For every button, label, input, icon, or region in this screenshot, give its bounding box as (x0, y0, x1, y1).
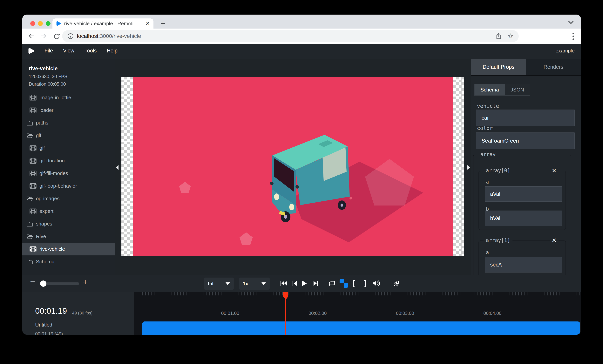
array-1-fieldset: array[1] ✕ a b (478, 240, 566, 275)
vehicle-artwork (133, 77, 453, 256)
traffic-close-button[interactable] (30, 21, 35, 26)
toggle-json[interactable]: JSON (505, 84, 530, 95)
timeline-track-bar[interactable] (142, 321, 580, 335)
sidebar-item-rive-folder[interactable]: Rive (22, 230, 115, 243)
sidebar-item-paths[interactable]: paths (22, 116, 115, 129)
array-fieldset: array array[0] ✕ a b array[1] ✕ a b (473, 155, 571, 275)
array-1-a-label: a (486, 250, 489, 255)
tab-search-chevron-icon[interactable] (568, 20, 574, 25)
chevron-down-icon (226, 283, 230, 285)
url-bar[interactable]: localhost:3000/rive-vehicle ☆ (62, 30, 519, 42)
sidebar-item-loader[interactable]: loader (22, 104, 115, 116)
reload-icon[interactable] (53, 33, 60, 39)
browser-menu-icon[interactable] (572, 32, 574, 41)
track-name: Untitled (35, 322, 52, 328)
menu-help[interactable]: Help (107, 48, 118, 54)
address-bar: localhost:3000/rive-vehicle ☆ (22, 29, 581, 44)
array-0-a-input[interactable] (485, 186, 562, 202)
previous-frame-button[interactable] (292, 278, 297, 289)
array-0-b-input[interactable] (485, 211, 562, 226)
render-rocket-icon[interactable] (393, 278, 401, 289)
speed-select[interactable]: 1x (239, 278, 270, 290)
bookmark-star-icon[interactable]: ☆ (507, 33, 514, 40)
transparency-toggle-icon[interactable] (340, 279, 348, 288)
playhead-handle[interactable] (283, 292, 288, 300)
tab-default-props[interactable]: Default Props (471, 59, 526, 75)
loop-toggle-icon[interactable] (328, 278, 336, 289)
out-point-icon[interactable]: ] (363, 278, 367, 289)
menu-view[interactable]: View (63, 48, 74, 54)
sidebar-item-shapes[interactable]: shapes (22, 217, 115, 230)
zoom-in-icon[interactable]: + (82, 277, 88, 287)
ruler-label: 00:02.00 (309, 311, 326, 316)
film-icon (30, 158, 36, 164)
tab-close-icon[interactable]: ✕ (146, 21, 150, 26)
color-input[interactable] (476, 133, 575, 149)
back-icon[interactable] (28, 33, 35, 39)
transparency-checker-right (453, 77, 464, 256)
site-info-icon[interactable] (67, 33, 74, 39)
sidebar-item-og-images[interactable]: og-images (22, 192, 115, 205)
menu-tools[interactable]: Tools (84, 48, 97, 54)
zoom-slider-thumb[interactable] (40, 281, 46, 287)
fit-select[interactable]: Fit (204, 278, 234, 290)
next-frame-button[interactable] (313, 278, 318, 289)
folder-icon (26, 221, 33, 227)
sidebar-item-gif-folder[interactable]: gif (22, 129, 115, 142)
composition-title: rive-vehicle (29, 66, 115, 72)
toggle-schema[interactable]: Schema (475, 84, 505, 95)
forward-icon[interactable] (40, 33, 47, 39)
folder-open-icon (26, 196, 33, 201)
project-name-label: example (556, 48, 575, 54)
array-label: array (478, 151, 498, 157)
collapse-sidebar-icon[interactable] (116, 165, 118, 170)
folder-open-icon (26, 133, 33, 138)
speed-select-value: 1x (243, 281, 248, 287)
skip-to-start-button[interactable] (280, 278, 288, 289)
play-button[interactable] (302, 278, 307, 289)
menu-file[interactable]: File (45, 48, 53, 54)
vehicle-input[interactable] (476, 110, 575, 126)
folder-icon (26, 259, 33, 264)
new-tab-button[interactable]: + (158, 19, 168, 28)
array-1-remove-icon[interactable]: ✕ (550, 237, 558, 244)
traffic-minimize-button[interactable] (38, 21, 43, 26)
array-1-label: array[1] (484, 237, 512, 243)
browser-tab[interactable]: rive-vehicle / example - Remoti ✕ (52, 18, 153, 29)
tab-strip: rive-vehicle / example - Remoti ✕ + (22, 15, 581, 29)
composition-info: rive-vehicle 1200x630, 30 FPS Duration 0… (22, 59, 115, 91)
in-point-icon[interactable]: [ (351, 278, 356, 289)
compositions-sidebar: rive-vehicle 1200x630, 30 FPS Duration 0… (22, 59, 115, 275)
film-icon (30, 145, 36, 151)
composition-resolution: 1200x630, 30 FPS (29, 74, 115, 79)
share-icon[interactable] (496, 33, 502, 39)
array-0-remove-icon[interactable]: ✕ (550, 167, 558, 174)
folder-icon (26, 120, 33, 126)
url-text: localhost:3000/rive-vehicle (77, 33, 141, 39)
volume-icon[interactable] (372, 278, 381, 289)
sidebar-item-gif[interactable]: gif (22, 142, 115, 154)
sidebar-item-schema[interactable]: Schema (22, 255, 115, 268)
sidebar-item-rive-vehicle[interactable]: rive-vehicle (22, 243, 115, 255)
film-icon (30, 208, 36, 214)
sidebar-item-gif-duration[interactable]: gif-duration (22, 154, 115, 167)
sidebar-item-gif-loop-behavior[interactable]: gif-loop-behavior (22, 180, 115, 192)
tab-renders[interactable]: Renders (526, 59, 581, 75)
sidebar-item-expert[interactable]: expert (22, 205, 115, 217)
array-1-a-input[interactable] (485, 257, 562, 273)
browser-window: rive-vehicle / example - Remoti ✕ + loca… (22, 15, 581, 335)
vehicle-label: vehicle (477, 103, 499, 109)
film-icon (30, 246, 36, 252)
current-timecode: 00:01.19 (35, 306, 67, 316)
collapse-props-icon[interactable] (467, 165, 470, 170)
ruler-label: 00:01.00 (221, 311, 239, 316)
timeline: 00:01.19 49 (30 fps) Untitled 00:01.19 (… (22, 292, 581, 335)
sidebar-item-image-in-lottie[interactable]: image-in-lottie (22, 91, 115, 104)
sidebar-item-gif-fill-modes[interactable]: gif-fill-modes (22, 167, 115, 180)
zoom-out-icon[interactable]: − (30, 276, 35, 286)
timeline-ruler[interactable] (142, 292, 580, 296)
remotion-logo-icon[interactable] (28, 48, 35, 54)
preview-canvas (115, 59, 471, 275)
traffic-zoom-button[interactable] (46, 21, 50, 26)
playback-toolbar: − + Fit 1x [ ] (22, 275, 581, 292)
